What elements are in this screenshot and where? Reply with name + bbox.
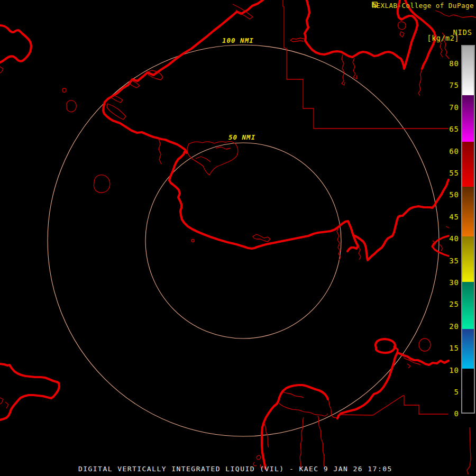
landmass-bottomleft-detail-2 bbox=[5, 402, 8, 408]
river-northeast-1 bbox=[342, 54, 345, 85]
color-scale-segment bbox=[462, 329, 474, 369]
lagoon-nw bbox=[107, 104, 126, 120]
range-ring-100nmi bbox=[48, 45, 439, 436]
color-scale-tick-label: 35 bbox=[438, 257, 459, 265]
boundary-right-edge bbox=[467, 427, 471, 474]
delta-detail-2 bbox=[358, 246, 361, 260]
range-ring-50nmi bbox=[145, 143, 341, 338]
estuary-thin-3 bbox=[446, 226, 449, 228]
color-scale-tick-label: 0 bbox=[438, 409, 459, 418]
color-scale-tick-label: 65 bbox=[438, 125, 459, 133]
landmass-topleft bbox=[0, 25, 31, 62]
spur-northeast-1 bbox=[290, 38, 305, 42]
dome-bayou-1 bbox=[279, 403, 328, 416]
range-ring-label-100: 100 NMI bbox=[220, 36, 256, 44]
island-oval bbox=[376, 339, 395, 353]
river-northeast-2 bbox=[353, 58, 357, 79]
color-scale-tick-label: 80 bbox=[438, 59, 459, 68]
dome-squiggle-1 bbox=[257, 455, 260, 460]
coastline-southeast bbox=[337, 353, 448, 418]
radar-map bbox=[0, 0, 476, 476]
color-scale-tick-label: 30 bbox=[438, 278, 459, 287]
product-caption: DIGITAL VERTICALLY INTEGRATED LIQUID (VI… bbox=[78, 465, 392, 473]
color-scale-segment bbox=[462, 187, 474, 236]
color-scale-tick-label: 75 bbox=[438, 81, 459, 89]
color-scale-tick-label: 55 bbox=[438, 169, 459, 177]
dome-bayou-3 bbox=[318, 416, 324, 466]
color-scale-tick-label: 25 bbox=[438, 300, 459, 308]
dome-bayou-2 bbox=[300, 417, 304, 468]
brand-text: NEXLAB-College of DuPage bbox=[372, 2, 474, 10]
color-scale-segment bbox=[462, 46, 474, 95]
cod-logo-icon[interactable] bbox=[372, 2, 378, 7]
color-scale-tick-label: 40 bbox=[438, 234, 459, 243]
range-ring-label-50: 50 NMI bbox=[226, 133, 258, 141]
thin-line-topright bbox=[435, 11, 476, 17]
color-scale-tick-label: 60 bbox=[438, 147, 459, 155]
color-scale-tick-label: 50 bbox=[438, 190, 459, 199]
bay-lagoon bbox=[187, 142, 238, 175]
header: NEXLAB-College of DuPage bbox=[372, 2, 474, 10]
circle-west-3 bbox=[94, 175, 109, 193]
river-south-1 bbox=[159, 139, 161, 164]
color-scale-bar bbox=[461, 45, 475, 414]
small-lake-center bbox=[191, 240, 194, 242]
color-scale-tick-label: 5 bbox=[438, 388, 459, 396]
island-cape-1 bbox=[398, 22, 406, 29]
color-scale-segment bbox=[462, 142, 474, 187]
coastline-northeast bbox=[305, 0, 417, 69]
bay-inner-detail-2 bbox=[216, 147, 231, 149]
color-scale-tick-label: 70 bbox=[438, 103, 459, 112]
coast-se-detail-2 bbox=[407, 364, 410, 368]
radar-display: NEXLAB-College of DuPage NIDS [kg/m2] 10… bbox=[0, 0, 476, 476]
estuary-thin-2 bbox=[439, 244, 442, 251]
color-scale-tick-label: 15 bbox=[438, 344, 459, 352]
color-scale-tick-label: 20 bbox=[438, 322, 459, 331]
color-scale-tick-label: 10 bbox=[438, 366, 459, 374]
color-scale-tick-label: 45 bbox=[438, 213, 459, 221]
small-circle-west-1 bbox=[62, 88, 66, 93]
dome-bayou-4 bbox=[283, 392, 304, 398]
color-scale-segment bbox=[462, 282, 474, 329]
landmass-topleft-detail bbox=[0, 67, 3, 73]
color-scale-segment bbox=[462, 236, 474, 282]
landmass-bottomleft-detail-1 bbox=[0, 398, 3, 404]
landmass-bottomleft bbox=[0, 364, 59, 420]
bay-inner-detail-1 bbox=[196, 157, 210, 162]
coastlines-thick bbox=[0, 0, 448, 469]
island-cape-2 bbox=[400, 32, 404, 37]
color-scale-segment bbox=[462, 95, 474, 142]
coastlines-thin bbox=[0, 4, 476, 468]
small-circle-west-2 bbox=[67, 100, 76, 112]
cape-river-south bbox=[418, 69, 422, 96]
lagoon-mid-south bbox=[253, 234, 270, 242]
color-scale-segment bbox=[462, 369, 474, 413]
coastline-south-dome bbox=[262, 385, 328, 469]
range-rings bbox=[48, 45, 439, 436]
boundary-southeast bbox=[338, 396, 448, 415]
scale-units: [kg/m2] bbox=[427, 34, 459, 42]
thin-circle-southeast bbox=[419, 338, 431, 351]
